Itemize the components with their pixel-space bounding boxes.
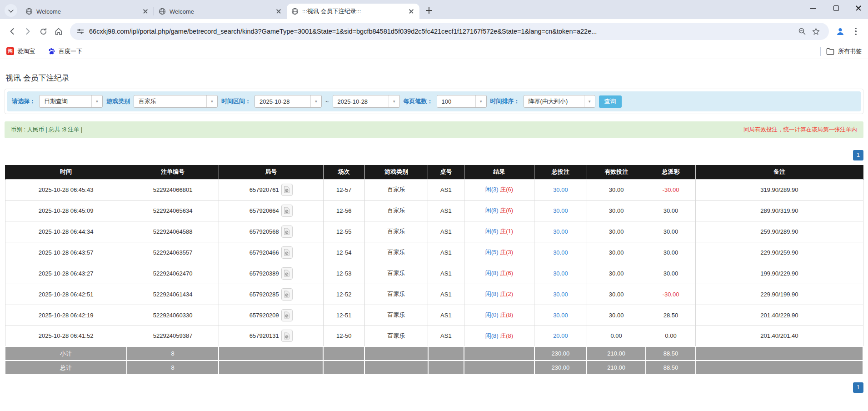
cell-total-bet: 30.00 [534,221,587,242]
all-bookmarks-label: 所有书签 [838,47,862,55]
result-player: 闲(0) [485,311,499,318]
back-button[interactable] [5,24,20,39]
video-replay-icon [284,270,290,277]
total-bet-link[interactable]: 30.00 [553,228,568,235]
close-icon[interactable] [142,8,149,15]
cell-time: 2025-10-28 06:43:27 [5,263,127,284]
video-replay-button[interactable] [281,184,293,196]
cell-bet-id: 522924060330 [127,305,219,326]
cell-total-bet: 30.00 [534,200,587,221]
filter-select-label: 请选择： [12,97,35,105]
total-bet-link[interactable]: 30.00 [553,207,568,214]
cell-result: 闲(8) 庄(2) [464,284,534,305]
header-remark: 备注 [696,165,863,179]
cell-payout: 0.00 [646,326,696,346]
result-player: 闲(8) [485,207,499,214]
cell-round-id: 657920285 [219,284,323,305]
round-number: 657920466 [249,249,279,256]
bookmarks-bar: 淘 爱淘宝 百度一下 所有书签 [0,44,868,59]
tab-welcome-2[interactable]: Welcome [154,4,287,19]
total-bet-link[interactable]: 30.00 [553,312,568,319]
table-row: 2025-10-28 06:42:19522924060330657920209… [5,305,863,326]
result-player: 闲(6) [485,228,499,235]
result-banker: 庄(6) [500,186,513,193]
page-size-select[interactable]: 100 ▼ [437,95,487,108]
close-icon[interactable] [275,8,282,15]
cell-result: 闲(8) 庄(6) [464,263,534,284]
video-replay-button[interactable] [281,288,293,301]
cell-session: 12-57 [323,179,364,200]
total-bet-link[interactable]: 30.00 [553,291,568,298]
sort-select[interactable]: 降幂(由大到小) ▼ [524,95,595,108]
cell-valid-bet: 30.00 [587,179,646,200]
video-replay-button[interactable] [281,330,293,342]
menu-button[interactable] [848,24,863,39]
page-1-button[interactable]: 1 [853,382,863,393]
cell-total-bet: 30.00 [534,263,587,284]
cell-valid-bet: 30.00 [587,200,646,221]
forward-button[interactable] [20,24,35,39]
cell-valid-bet: 30.00 [587,263,646,284]
bookmark-baidu[interactable]: 百度一下 [48,47,82,55]
total-bet-link[interactable]: 30.00 [553,270,568,277]
header-session: 场次 [323,165,364,179]
folder-icon [826,48,834,55]
total-bet-link[interactable]: 30.00 [553,186,568,193]
total-bet-link[interactable]: 20.00 [553,332,568,339]
video-replay-button[interactable] [281,267,293,280]
profile-button[interactable] [833,24,848,39]
header-valid-bet: 有效投注 [587,165,646,179]
window-controls [810,5,862,11]
bookmark-star-button[interactable] [809,25,823,38]
cell-bet-id: 522924065634 [127,200,219,221]
cell-session: 12-50 [323,326,364,346]
video-replay-icon [284,186,290,193]
date-to-select[interactable]: 2025-10-28 ▼ [333,95,400,108]
maximize-icon[interactable] [833,5,839,11]
reload-icon [39,27,48,36]
reload-button[interactable] [35,24,51,39]
result-player: 闲(5) [485,249,499,256]
page-1-button[interactable]: 1 [853,150,863,160]
video-replay-icon [284,228,290,235]
tab-welcome-1[interactable]: Welcome [21,4,154,19]
minimize-icon[interactable] [810,5,816,11]
cell-session: 12-51 [323,305,364,326]
new-tab-button[interactable] [423,5,435,16]
zoom-button[interactable] [795,25,809,38]
subtotal-payout: 88.50 [646,346,696,361]
cell-time: 2025-10-28 06:45:43 [5,179,127,200]
video-replay-button[interactable] [281,246,293,259]
total-bet-link[interactable]: 30.00 [553,249,568,256]
video-replay-button[interactable] [281,205,293,217]
tab-search-button[interactable] [5,4,17,17]
result-banker: 庄(1) [500,228,513,235]
result-player: 闲(8) [485,332,499,339]
page-title: 视讯 会员下注纪录 [5,73,863,83]
game-type-select[interactable]: 百家乐 ▼ [134,95,218,108]
bookmark-aitaobao[interactable]: 淘 爱淘宝 [6,47,35,55]
query-type-select[interactable]: 日期查询 ▼ [39,95,103,108]
cell-game-type: 百家乐 [364,179,428,200]
avatar-icon [835,26,845,36]
star-icon [812,27,820,36]
cell-game-type: 百家乐 [364,284,428,305]
cell-round-id: 657920664 [219,200,323,221]
date-from-select[interactable]: 2025-10-28 ▼ [254,95,322,108]
search-button[interactable]: 查询 [599,95,622,108]
cell-table-no: AS1 [428,326,464,346]
round-number: 657920209 [249,312,279,319]
close-icon[interactable] [408,8,415,15]
cell-bet-id: 522924062470 [127,263,219,284]
close-window-icon[interactable] [855,5,862,11]
home-button[interactable] [51,24,66,39]
cell-payout: 28.50 [646,305,696,326]
tab-title: Welcome [36,8,138,15]
table-row: 2025-10-28 06:45:09522924065634657920664… [5,200,863,221]
tab-bet-records-active[interactable]: :::视讯 会员下注纪录::: [287,4,419,19]
video-replay-button[interactable] [281,309,293,321]
subtotal-label: 小计 [5,346,127,361]
video-replay-button[interactable] [281,226,293,238]
all-bookmarks-button[interactable]: 所有书签 [826,47,862,55]
address-bar[interactable]: 66cxkj98.com/ipl/portal.php/game/betreco… [70,23,829,40]
